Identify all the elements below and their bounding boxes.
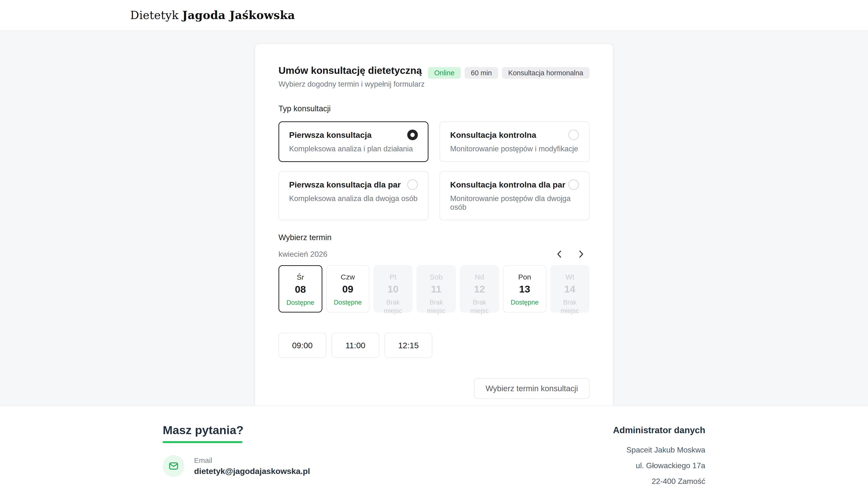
time-slot-list: 09:00 11:00 12:15 (278, 333, 590, 358)
prev-month-button[interactable] (554, 249, 565, 259)
month-nav-arrows (554, 249, 590, 259)
day-status: Dostępne (330, 298, 366, 307)
day-weekday: Pt (377, 273, 409, 281)
consultation-type-grid: Pierwsza konsultacja Kompleksowa analiza… (278, 121, 590, 220)
day-status: Brak miejsc (554, 298, 586, 315)
footer-admin-column: Administrator danych Spaceit Jakub Moskw… (613, 423, 705, 487)
day-number: 12 (463, 284, 496, 295)
admin-heading: Administrator danych (613, 425, 705, 435)
day-number: 09 (330, 284, 366, 295)
day-card-11: Sob 11 Brak miejsc (416, 265, 456, 313)
day-weekday: Sob (420, 273, 452, 281)
type-option-title: Pierwsza konsultacja (289, 130, 372, 140)
month-navigation: kwiecień 2026 (278, 249, 590, 259)
time-slot-1100[interactable]: 11:00 (332, 333, 379, 358)
choose-date-button[interactable]: Wybierz termin konsultacji (474, 378, 590, 399)
radio-selected-icon[interactable] (407, 130, 418, 140)
day-card-13[interactable]: Pon 13 Dostępne (503, 265, 546, 313)
header-container: Dietetyk Jagoda Jaśkowska (130, 9, 738, 22)
type-option-first-consultation[interactable]: Pierwsza konsultacja Kompleksowa analiza… (278, 121, 429, 162)
day-card-12: Nd 12 Brak miejsc (460, 265, 499, 313)
contact-list: Email dietetyk@jagodajaskowska.pl Telefo… (163, 455, 310, 487)
day-card-08[interactable]: Śr 08 Dostępne (278, 265, 322, 313)
day-weekday: Czw (330, 273, 366, 281)
heading-underline-divider (163, 441, 242, 443)
admin-city-line: 22-400 Zamość (613, 477, 705, 486)
booking-card: Umów konsultację dietetyczną Wybierz dog… (254, 44, 614, 413)
day-status: Dostępne (282, 298, 319, 307)
type-option-title: Konsultacja kontrolna (450, 130, 536, 140)
date-section-label: Wybierz termin (278, 233, 590, 242)
contact-email-row: Email dietetyk@jagodajaskowska.pl (163, 455, 310, 477)
booking-card-header: Umów konsultację dietetyczną Wybierz dog… (278, 65, 590, 89)
footer-questions-column: Masz pytania? Email dietetyk@jagodajasko… (163, 423, 310, 487)
booking-title-block: Umów konsultację dietetyczną Wybierz dog… (278, 65, 425, 89)
badge-duration: 60 min (465, 67, 498, 79)
badge-online: Online (428, 67, 461, 79)
day-card-09[interactable]: Czw 09 Dostępne (326, 265, 370, 313)
day-card-10: Pt 10 Brak miejsc (373, 265, 412, 313)
contact-email-text: Email dietetyk@jagodajaskowska.pl (194, 456, 310, 476)
page-title: Umów konsultację dietetyczną (278, 65, 425, 76)
footer-container: Masz pytania? Email dietetyk@jagodajasko… (163, 406, 705, 487)
questions-heading: Masz pytania? (163, 423, 310, 437)
chevron-right-icon (576, 249, 586, 259)
mail-icon (163, 455, 184, 477)
day-weekday: Wt (554, 273, 586, 281)
day-number: 08 (282, 284, 319, 295)
day-number: 10 (377, 284, 409, 295)
brand-name: Jagoda Jaśkowska (182, 9, 295, 22)
type-option-title: Pierwsza konsultacja dla par (289, 180, 401, 190)
type-option-followup-consultation-couples[interactable]: Konsultacja kontrolna dla par Monitorowa… (439, 171, 590, 220)
brand-logo[interactable]: Dietetyk Jagoda Jaśkowska (130, 9, 738, 22)
day-weekday: Nd (463, 273, 496, 281)
type-option-title: Konsultacja kontrolna dla par (450, 180, 565, 190)
submit-row: Wybierz termin konsultacji (278, 378, 590, 399)
brand-prefix: Dietetyk (130, 9, 179, 22)
admin-street-line: ul. Głowackiego 17a (613, 461, 705, 470)
contact-email-value[interactable]: dietetyk@jagodajaskowska.pl (194, 466, 310, 476)
type-option-first-consultation-couples[interactable]: Pierwsza konsultacja dla par Kompleksowa… (278, 171, 429, 220)
badge-group: Online 60 min Konsultacja hormonalna (428, 67, 590, 79)
day-number: 11 (420, 284, 452, 295)
type-option-description: Monitorowanie postępów i modyfikacje (450, 145, 579, 153)
day-card-14: Wt 14 Brak miejsc (550, 265, 590, 313)
badge-category: Konsultacja hormonalna (502, 67, 590, 79)
month-label: kwiecień 2026 (278, 250, 328, 259)
day-status: Brak miejsc (377, 298, 409, 315)
type-option-description: Monitorowanie postępów dla dwojga osób (450, 194, 579, 212)
radio-unselected-icon[interactable] (568, 179, 579, 190)
day-number: 13 (506, 284, 543, 295)
time-slot-0900[interactable]: 09:00 (278, 333, 326, 358)
next-month-button[interactable] (576, 249, 586, 259)
type-option-header: Konsultacja kontrolna (450, 130, 579, 140)
contact-label: Email (194, 456, 310, 464)
day-status: Brak miejsc (463, 298, 496, 315)
page-subtitle: Wybierz dogodny termin i wypełnij formul… (278, 80, 425, 89)
day-status: Dostępne (506, 298, 543, 307)
day-weekday: Śr (282, 273, 319, 281)
day-weekday: Pon (506, 273, 543, 281)
type-option-header: Konsultacja kontrolna dla par (450, 179, 579, 190)
type-option-description: Kompleksowa analiza dla dwojga osób (289, 194, 418, 203)
type-option-header: Pierwsza konsultacja (289, 130, 418, 140)
main-content: Umów konsultację dietetyczną Wybierz dog… (0, 44, 868, 413)
radio-unselected-icon[interactable] (407, 179, 418, 190)
day-number: 14 (554, 284, 586, 295)
day-status: Brak miejsc (420, 298, 452, 315)
site-footer: Masz pytania? Email dietetyk@jagodajasko… (0, 405, 868, 487)
admin-company-line: Spaceit Jakub Moskwa (613, 446, 705, 454)
type-option-followup-consultation[interactable]: Konsultacja kontrolna Monitorowanie post… (439, 121, 590, 162)
radio-unselected-icon[interactable] (568, 130, 579, 140)
site-header: Dietetyk Jagoda Jaśkowska (0, 0, 868, 31)
type-option-description: Kompleksowa analiza i plan działania (289, 145, 418, 153)
day-carousel: Śr 08 Dostępne Czw 09 Dostępne Pt 10 Bra… (278, 265, 590, 313)
type-section-label: Typ konsultacji (278, 104, 590, 113)
type-option-header: Pierwsza konsultacja dla par (289, 179, 418, 190)
chevron-left-icon (555, 249, 564, 259)
time-slot-1215[interactable]: 12:15 (384, 333, 432, 358)
